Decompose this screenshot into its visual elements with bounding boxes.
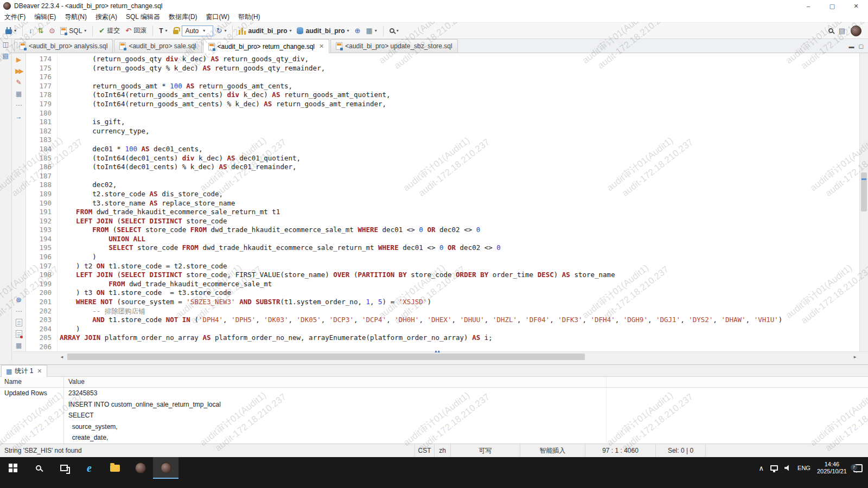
status-segment-3[interactable]: 智能插入 (520, 444, 585, 457)
restore-icon[interactable]: ▢ (820, 0, 844, 12)
scroll-right-icon[interactable]: ▸ (851, 354, 859, 359)
display-tray-icon[interactable] (770, 457, 778, 479)
close-icon[interactable]: ✕ (319, 43, 324, 50)
dbeaver-taskbar-button[interactable] (127, 457, 153, 479)
close-icon[interactable]: ✕ (37, 368, 42, 375)
connection-selector[interactable]: audit_bi_pro▾ (237, 25, 293, 36)
refresh-button[interactable]: ↻▾ (214, 25, 229, 36)
code-line: t2.store_code AS dis_store_code, (60, 190, 859, 199)
menu-item-0[interactable]: 文件(F) (0, 12, 30, 22)
chevron-down-icon: ▾ (224, 28, 226, 33)
code-line: ) (60, 325, 859, 334)
horizontal-scroll-thumb[interactable] (67, 354, 585, 360)
taskbar-clock[interactable]: 14:462025/10/21 (817, 457, 847, 479)
dbeaver-icon (161, 463, 171, 473)
table-row[interactable]: INSERT INTO custom_online_sale_return_tm… (0, 399, 868, 410)
code-line: FROM dwd_trade_hkaudit_ecommerce_sale_re… (60, 208, 859, 217)
maximize-view-icon[interactable]: ▢ (859, 43, 864, 49)
execute-statement-icon[interactable]: ▶ (16, 56, 21, 63)
chevron-down-icon: ▾ (14, 28, 16, 33)
schema-selector[interactable]: audit_bi_pro▾ (295, 25, 351, 36)
editor-side-toolbar: ▶ ▶▶ ✎ ▦ ⋯ → ⊛ ⋯ ▦ (12, 53, 26, 351)
transaction-mode-button[interactable]: T▾ (157, 25, 169, 36)
transaction-mode-label: T (159, 27, 163, 35)
menu-item-7[interactable]: 帮助(H) (234, 12, 265, 22)
table-row[interactable]: create_date, (0, 432, 868, 444)
line-number: 204 (26, 325, 52, 334)
execute-script-icon[interactable]: ▶▶ (15, 67, 22, 75)
commit-button[interactable]: ✔提交 (97, 24, 122, 37)
code-line: (toInt64(dec01_cents) % k_dec) AS dec01_… (60, 163, 859, 172)
taskbar-search-button[interactable] (25, 457, 51, 479)
sql-code-editor[interactable]: (return_goods_qty div k_dec) AS return_g… (58, 53, 859, 351)
scroll-left-icon[interactable]: ◂ (58, 354, 66, 359)
perspective-icon[interactable]: ▤ (839, 27, 845, 34)
settings-gear-icon[interactable]: ⊛ (16, 296, 21, 304)
notification-center-button[interactable]: 7 (853, 457, 863, 479)
line-number: 199 (26, 280, 52, 289)
save-button[interactable]: ⊙ (47, 25, 57, 36)
chevron-down-icon: ▾ (347, 28, 349, 33)
more-actions-icon[interactable]: ⋯ (16, 101, 22, 109)
minimize-icon[interactable]: – (796, 0, 820, 12)
vertical-scrollbar[interactable] (859, 53, 868, 351)
internet-explorer-button[interactable]: e (76, 457, 102, 479)
status-segment-1[interactable]: zh (434, 444, 450, 457)
line-number-gutter[interactable]: 1741751761771781791801811821831841851861… (26, 53, 58, 351)
code-line: SELECT store_code FROM dwd_trade_hkaudit… (60, 243, 859, 253)
table-row[interactable]: SELECT (0, 410, 868, 421)
line-number: 194 (26, 235, 52, 244)
menu-item-4[interactable]: SQL 编辑器 (122, 12, 164, 22)
restore-navigator-icon[interactable]: ◫ (3, 41, 9, 48)
menu-item-2[interactable]: 导航(N) (60, 12, 91, 22)
globe-button[interactable]: ⊕ (353, 25, 363, 36)
menu-item-5[interactable]: 数据库(D) (164, 12, 202, 22)
file-explorer-button[interactable] (102, 457, 127, 479)
volume-tray-icon[interactable] (784, 457, 791, 479)
status-segment-2[interactable]: 可写 (450, 444, 520, 457)
menu-item-1[interactable]: 编辑(E) (30, 12, 60, 22)
connection-plug-button[interactable]: ▾ (3, 25, 18, 36)
minimize-view-icon[interactable]: ▬ (849, 43, 854, 49)
quick-search-icon[interactable] (828, 28, 833, 33)
column-header-value[interactable]: Value (64, 377, 607, 387)
editor-tab-1[interactable]: <audit_bi_pro> sale.sql (114, 39, 201, 53)
script-doc-icon[interactable] (16, 319, 22, 326)
status-segment-4[interactable]: 97 : 1 : 4060 (585, 444, 655, 457)
search-menu-button[interactable]: ▾ (387, 27, 401, 35)
chevron-down-icon: ▾ (375, 28, 377, 33)
open-script-button[interactable]: ⇅ (36, 25, 46, 36)
status-segment-0[interactable]: CST (414, 444, 434, 457)
more-icon[interactable]: ⋯ (16, 307, 22, 315)
language-indicator[interactable]: ENG (797, 457, 810, 479)
commit-mode-combo[interactable]: Auto▾ (182, 25, 213, 36)
table-row[interactable]: Updated Rows23245853 (0, 388, 868, 399)
tray-expand-icon[interactable]: ∧ (759, 457, 764, 479)
explain-plan-icon[interactable]: ▦ (16, 90, 22, 98)
close-icon[interactable]: ✕ (844, 0, 868, 12)
editor-tab-2[interactable]: <audit_bi_pro> return_change.sql✕ (203, 39, 330, 53)
menu-item-3[interactable]: 搜索(A) (91, 12, 122, 22)
script-doc-error-icon[interactable] (16, 330, 22, 338)
table-row[interactable]: source_system, (0, 421, 868, 433)
database-navigator-icon[interactable]: ▤ (3, 52, 9, 60)
sql-menu-button[interactable]: SQL▾ (58, 25, 88, 36)
grid-icon[interactable]: ▦ (16, 342, 22, 349)
dbeaver-active-taskbar-button[interactable] (153, 457, 178, 479)
lock-button[interactable] (171, 25, 181, 36)
horizontal-scrollbar[interactable]: ◂ ▴▴ ▸ (12, 351, 868, 361)
column-header-name[interactable]: Name (0, 377, 64, 387)
tab-statistics[interactable]: ▦ 统计 1 ✕ (1, 365, 47, 377)
line-number: 196 (26, 253, 52, 262)
status-segment-5[interactable]: Sel: 0 | 0 (655, 444, 705, 457)
editor-tab-0[interactable]: <audit_bi_pro> analysis.sql (14, 39, 113, 53)
task-view-button[interactable] (51, 457, 76, 479)
new-sql-editor-button[interactable]: ↓ (27, 25, 35, 36)
menu-item-6[interactable]: 窗口(W) (202, 12, 234, 22)
editor-tab-3[interactable]: <audit_bi_pro> update_sbz_store.sql (330, 39, 457, 53)
start-button[interactable] (0, 457, 25, 479)
rollback-button[interactable]: ↶回滚 (123, 24, 149, 37)
navigate-icon[interactable]: → (16, 113, 22, 120)
edit-icon[interactable]: ✎ (16, 79, 21, 86)
export-button[interactable]: ▦▾ (363, 25, 379, 36)
